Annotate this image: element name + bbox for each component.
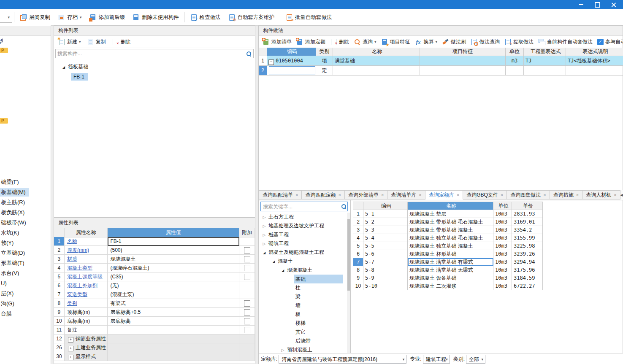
sidebar-item-independent-foundation[interactable]: 立基础(D) — [0, 249, 25, 257]
quota-cell-unit[interactable]: 10m3 — [493, 242, 512, 250]
property-row-number[interactable]: 8 — [54, 299, 65, 308]
quota-cell-code[interactable]: 5-4 — [363, 234, 408, 242]
grid-cell-unit[interactable]: m3 — [506, 56, 524, 66]
tree-item-column[interactable]: 柱 — [259, 283, 347, 292]
quota-cell-price[interactable]: 3354.2 — [512, 226, 543, 234]
quota-row-number[interactable]: 9 — [353, 274, 363, 282]
quota-cell-price[interactable]: 3169.01 — [512, 218, 543, 226]
property-row-number[interactable]: 11 — [54, 326, 65, 334]
tree-item-concrete[interactable]: ◢混凝土 — [259, 257, 347, 266]
quota-cell-code[interactable]: 5-8 — [363, 266, 408, 274]
collapse-icon[interactable]: − — [268, 59, 274, 65]
quota-cell-name[interactable]: 现浇混凝土 满堂基础 无梁式 — [408, 266, 493, 274]
component-search-input[interactable] — [57, 49, 244, 58]
method-query-button[interactable]: 做法查询 — [469, 37, 502, 47]
tree-item-ground-treatment[interactable]: ▷地基处理及边坡支护工程 — [259, 221, 347, 230]
sidebar-item-cushion[interactable]: 层(X) — [0, 289, 14, 298]
quota-header-unit[interactable]: 单位 — [493, 202, 512, 210]
quota-row-number[interactable]: 2 — [353, 218, 363, 226]
tree-item-slab[interactable]: 板 — [259, 310, 347, 319]
tree-collapsed-icon[interactable]: ▷ — [261, 213, 267, 221]
quota-cell-unit[interactable]: 10m3 — [493, 258, 512, 266]
tree-item-other[interactable]: 其它 — [259, 328, 347, 337]
quota-cell-code[interactable]: 5-5 — [363, 242, 408, 250]
attach-checkbox[interactable] — [244, 256, 250, 262]
quota-cell-code[interactable]: 5-2 — [363, 218, 408, 226]
tree-collapsed-icon[interactable]: ▷ — [280, 346, 286, 353]
quota-cell-code[interactable]: 5-7 — [363, 258, 408, 266]
tab-close-icon[interactable]: × — [295, 192, 298, 197]
code-edit-field[interactable] — [269, 66, 315, 75]
sidebar-item-slab-main-rebar[interactable]: 板主筋(R) — [0, 198, 25, 207]
attach-checkbox[interactable] — [244, 309, 250, 315]
grid-cell-name[interactable] — [333, 66, 420, 75]
participate-auto-apply-toggle[interactable]: ✓ 参与自动套 — [595, 37, 623, 47]
delete-unused-components-button[interactable]: 删除未使用构件 — [129, 12, 182, 23]
property-value[interactable]: 层底标高 — [108, 317, 239, 326]
grid-cell-type[interactable]: 定 — [316, 66, 333, 75]
quota-row-number[interactable]: 1 — [353, 210, 363, 218]
delete-row-button[interactable]: × 删除 — [328, 37, 351, 47]
quota-cell-name[interactable]: 现浇混凝土 带形基础 毛石混凝土 — [408, 218, 493, 226]
sidebar-item-trench[interactable]: 沟(G) — [0, 299, 14, 308]
sidebar-item-slab-negative-rebar[interactable]: 板负筋(X) — [0, 208, 24, 217]
check-methods-button[interactable]: ✓ 检查做法 — [187, 12, 224, 23]
major-select[interactable]: 建筑工程 ▾ — [423, 355, 450, 364]
grid-header-feature[interactable]: 项目特征 — [420, 48, 506, 56]
property-name[interactable]: 类别 — [65, 299, 108, 308]
quota-row-number[interactable]: 10 — [353, 282, 363, 290]
property-value[interactable]: (C35) — [108, 272, 239, 281]
tab-query-atlas-methods[interactable]: 查询图集做法× — [507, 190, 550, 200]
grid-cell-expression[interactable]: TJ — [524, 56, 566, 66]
quota-cell-name[interactable]: 现浇混凝土 带形基础 混凝土 — [408, 226, 493, 234]
tab-close-icon[interactable]: × — [419, 192, 421, 197]
quota-row[interactable]: 5 5-5 现浇混凝土 独立基础 混凝土 10m3 3225.98 — [353, 242, 543, 250]
quota-cell-price[interactable]: 3294.94 — [512, 258, 543, 266]
quota-cell-name[interactable]: 现浇混凝土 独立基础 混凝土 — [408, 242, 493, 250]
property-name[interactable]: 底标高(m) — [65, 317, 108, 326]
quota-cell-price[interactable]: 3155.99 — [512, 234, 543, 242]
property-row-number[interactable]: 12 — [54, 334, 65, 343]
query-button[interactable]: 查询 ▾ — [352, 37, 379, 47]
quota-row-number[interactable]: 6 — [353, 250, 363, 258]
grid-cell-expression[interactable] — [524, 66, 566, 75]
expand-icon[interactable]: + — [68, 355, 73, 360]
attach-checkbox[interactable] — [244, 318, 250, 324]
methods-grid-row[interactable]: 2 定 — [259, 66, 623, 75]
quota-row[interactable]: 10 5-10 现浇混凝土 二次灌浆 10m3 6722.27 — [353, 282, 543, 290]
sidebar-item-raft-slab-foundation[interactable]: 板基础(M) — [0, 188, 29, 197]
quota-cell-price[interactable]: 3239.26 — [512, 250, 543, 258]
quota-cell-unit[interactable]: 10m3 — [493, 274, 512, 282]
quota-row-selected[interactable]: 7 5-7 现浇混凝土 满堂基础 有梁式 10m3 3294.94 — [353, 258, 543, 266]
sidebar-item-sump-pit[interactable]: 水坑(K) — [0, 229, 19, 237]
property-value[interactable]: (500) — [108, 246, 239, 255]
quota-cell-unit[interactable]: 10m3 — [493, 250, 512, 258]
property-row-number[interactable]: 5 — [54, 272, 65, 281]
auto-apply-scheme-button[interactable]: ⚙ 自动套方案维护 — [225, 12, 278, 23]
tab-close-icon[interactable]: × — [381, 192, 384, 197]
quota-cell-name[interactable]: 现浇混凝土 满堂基础 有梁式 — [408, 258, 493, 266]
add-quota-button[interactable]: + 添加定额 — [294, 37, 328, 47]
quota-row[interactable]: 1 5-1 现浇混凝土 垫层 10m3 2831.93 — [353, 210, 543, 218]
quota-cell-price[interactable]: 3225.98 — [512, 242, 543, 250]
property-row-number[interactable]: 30 — [54, 352, 65, 361]
copy-component-button[interactable]: 复制 — [84, 37, 108, 47]
toolbar-dropdown[interactable]: ▾ — [0, 12, 12, 23]
tab-query-match-quota[interactable]: 查询匹配定额× — [302, 190, 344, 200]
tab-close-icon[interactable]: × — [457, 192, 459, 197]
quota-cell-code[interactable]: 5-10 — [363, 282, 408, 290]
quota-cell-unit[interactable]: 10m3 — [493, 210, 512, 218]
batch-auto-apply-button[interactable]: ➜ 批量自动套做法 — [282, 12, 336, 23]
grid-header-expression-desc[interactable]: 表达式说明 — [566, 48, 623, 56]
tab-close-icon[interactable]: × — [576, 192, 579, 197]
grid-cell-feature[interactable] — [420, 66, 506, 75]
attach-checkbox[interactable] — [244, 300, 250, 307]
tree-item-wall[interactable]: 墙 — [259, 301, 347, 310]
tab-close-icon[interactable]: × — [338, 192, 341, 197]
tab-close-icon[interactable]: × — [614, 192, 616, 197]
quota-cell-name[interactable]: 现浇混凝土 垫层 — [408, 210, 493, 218]
quota-row[interactable]: 6 5-6 现浇混凝土 杯形基础 10m3 3239.26 — [353, 250, 543, 258]
property-name[interactable]: 混凝土类型 — [65, 264, 108, 272]
property-value[interactable]: (现浇碎石混凝土) — [108, 264, 239, 272]
property-name[interactable]: 材质 — [65, 255, 108, 264]
